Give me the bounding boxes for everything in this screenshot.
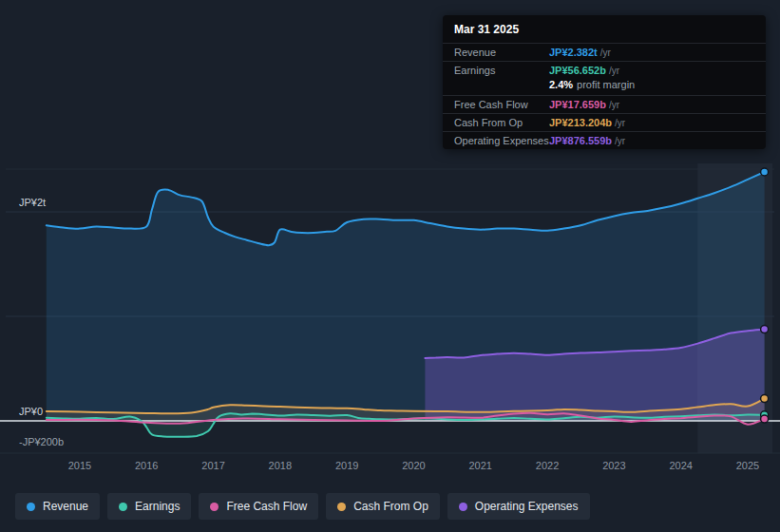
y-axis-label-zero: JP¥0	[19, 406, 43, 417]
tooltip-row-value: JP¥876.559b/yr	[549, 135, 625, 146]
operating-expenses-end-dot	[761, 326, 769, 333]
x-tick-label: 2019	[326, 460, 368, 471]
tooltip-row-unit: /yr	[615, 118, 625, 128]
tooltip-row-label: Revenue	[454, 47, 549, 58]
tooltip-row-label: Free Cash Flow	[454, 99, 549, 110]
cash-from-op-legend-dot	[337, 503, 346, 511]
legend-label: Free Cash Flow	[226, 500, 307, 513]
x-tick-label: 2016	[125, 460, 167, 471]
legend-item-cash-from-op[interactable]: Cash From Op	[326, 493, 440, 520]
legend-label: Revenue	[43, 500, 88, 513]
free-cash-flow-end-dot	[761, 415, 769, 423]
tooltip-row-label: Operating Expenses	[454, 135, 549, 146]
tooltip-row-value: JP¥56.652b/yr	[549, 65, 619, 76]
tooltip-row-unit: /yr	[609, 100, 619, 110]
legend-item-free-cash-flow[interactable]: Free Cash Flow	[199, 493, 318, 520]
legend-item-operating-expenses[interactable]: Operating Expenses	[447, 493, 590, 520]
revenue-legend-dot	[27, 503, 35, 511]
x-tick-label: 2018	[259, 460, 301, 471]
tooltip-date: Mar 31 2025	[443, 15, 766, 43]
free-cash-flow-legend-dot	[210, 503, 219, 511]
x-tick-label: 2015	[59, 460, 101, 471]
legend-item-revenue[interactable]: Revenue	[15, 493, 100, 520]
tooltip-row-label: Cash From Op	[454, 117, 549, 128]
tooltip-row-cash-from-op: Cash From OpJP¥213.204b/yr	[443, 113, 766, 131]
x-tick-label: 2024	[660, 460, 702, 471]
legend: RevenueEarningsFree Cash FlowCash From O…	[15, 493, 590, 520]
x-tick-label: 2021	[460, 460, 502, 471]
x-tick-label: 2022	[526, 460, 568, 471]
y-axis-label-neg200b: -JP¥200b	[19, 436, 64, 447]
tooltip-rows: RevenueJP¥2.382t/yrEarningsJP¥56.652b/yr…	[443, 43, 766, 149]
tooltip-row-unit: /yr	[609, 66, 619, 76]
x-tick-label: 2020	[392, 460, 434, 471]
y-axis-label-2t: JP¥2t	[19, 197, 46, 208]
tooltip-row-value: JP¥213.204b/yr	[549, 117, 625, 128]
legend-item-earnings[interactable]: Earnings	[107, 493, 191, 520]
legend-label: Earnings	[135, 500, 180, 513]
tooltip-profit-margin-row: 2.4%profit margin	[443, 79, 766, 95]
profit-margin-value: 2.4%	[549, 79, 573, 90]
tooltip-row-label: Earnings	[454, 65, 549, 76]
operating-expenses-legend-dot	[459, 503, 467, 511]
revenue-end-dot	[761, 168, 769, 176]
tooltip-row-value: JP¥17.659b/yr	[549, 99, 619, 110]
profit-margin-label: profit margin	[577, 79, 635, 90]
tooltip-row-value: JP¥2.382t/yr	[549, 47, 611, 58]
tooltip-row-operating-expenses: Operating ExpensesJP¥876.559b/yr	[443, 131, 766, 149]
cash-from-op-end-dot	[761, 395, 769, 403]
tooltip-row-unit: /yr	[600, 48, 611, 58]
tooltip-row-unit: /yr	[615, 136, 625, 146]
earnings-legend-dot	[119, 503, 127, 511]
tooltip-card: Mar 31 2025 RevenueJP¥2.382t/yrEarningsJ…	[443, 15, 766, 149]
tooltip-row-revenue: RevenueJP¥2.382t/yr	[443, 43, 766, 61]
tooltip-row-earnings: EarningsJP¥56.652b/yr	[443, 61, 766, 79]
legend-label: Operating Expenses	[475, 500, 579, 513]
legend-label: Cash From Op	[353, 500, 428, 513]
x-tick-label: 2023	[593, 460, 635, 471]
x-tick-label: 2025	[727, 460, 769, 471]
tooltip-row-free-cash-flow: Free Cash FlowJP¥17.659b/yr	[443, 95, 766, 113]
x-tick-label: 2017	[193, 460, 235, 471]
